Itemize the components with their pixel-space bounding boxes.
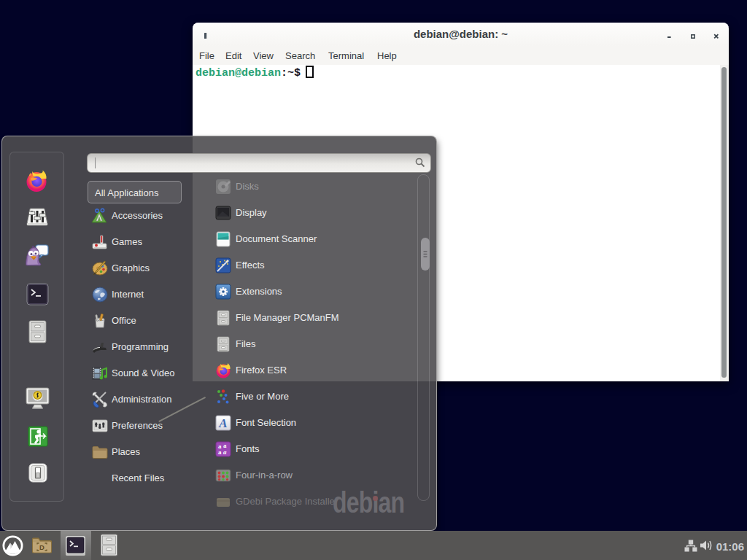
svg-text:D: D bbox=[39, 543, 44, 551]
svg-text:a: a bbox=[218, 448, 222, 456]
svg-text:A: A bbox=[218, 416, 227, 430]
svg-text:a: a bbox=[223, 448, 227, 456]
